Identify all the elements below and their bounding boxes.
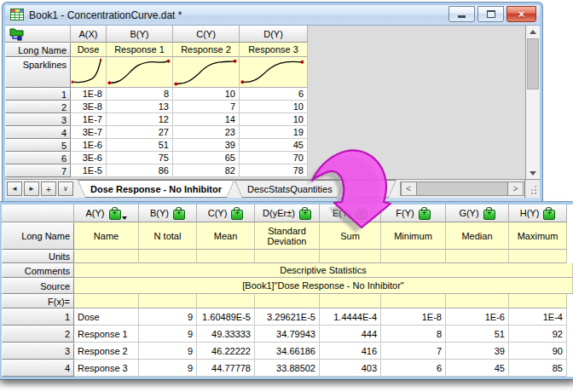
- long-name-cell[interactable]: Response 3: [240, 43, 308, 57]
- column-header[interactable]: B(Y): [107, 26, 173, 43]
- cell[interactable]: [381, 294, 446, 308]
- cell[interactable]: 1E-6: [71, 139, 107, 152]
- tab-descstatsquantities[interactable]: DescStatsQuantities: [234, 180, 345, 198]
- cell[interactable]: [509, 250, 567, 263]
- window-titlebar[interactable]: Book1 - ConcentrationCurve.dat * ×: [5, 5, 540, 25]
- sparkline-cell[interactable]: [107, 57, 173, 88]
- cell[interactable]: 19: [240, 126, 308, 139]
- cell[interactable]: Response 1: [74, 326, 139, 343]
- row-header[interactable]: Long Name: [2, 222, 74, 250]
- horizontal-scrollbar[interactable]: < >: [400, 182, 524, 196]
- row-header[interactable]: Long Name: [5, 43, 71, 57]
- vertical-scrollbar[interactable]: [525, 26, 540, 180]
- tab-scroll-left-button[interactable]: ◄: [7, 182, 22, 196]
- long-name-cell[interactable]: Maximum: [509, 222, 567, 250]
- cell[interactable]: 78: [240, 164, 308, 177]
- cell[interactable]: 6: [381, 360, 446, 377]
- tab-scroll-right-button[interactable]: ►: [24, 182, 39, 196]
- column-header[interactable]: A(X): [71, 26, 107, 43]
- cell[interactable]: 1.4444E-4: [320, 308, 381, 326]
- lock-menu-caret-icon[interactable]: [122, 216, 127, 220]
- column-header[interactable]: E(Y)+: [320, 205, 381, 222]
- cell[interactable]: 34.79943: [255, 326, 320, 343]
- cell[interactable]: 1E-5: [71, 164, 107, 177]
- row-number[interactable]: 1: [2, 308, 74, 326]
- cell[interactable]: 14: [173, 113, 240, 126]
- cell[interactable]: 10: [240, 101, 308, 113]
- restore-button[interactable]: [478, 6, 504, 22]
- sheet-corner-cell[interactable]: [5, 26, 71, 43]
- row-header[interactable]: Sparklines: [5, 57, 71, 88]
- sparkline-cell[interactable]: [173, 57, 240, 88]
- cell[interactable]: 9: [139, 308, 197, 326]
- cell[interactable]: [255, 250, 320, 263]
- cell[interactable]: 49.33333: [197, 326, 255, 343]
- cell[interactable]: 33.88502: [255, 360, 320, 377]
- cell[interactable]: [446, 250, 509, 263]
- cell[interactable]: Dose: [74, 308, 139, 326]
- cell[interactable]: 23: [173, 126, 240, 139]
- long-name-cell[interactable]: Response 1: [107, 43, 173, 57]
- cell[interactable]: 85: [509, 360, 567, 377]
- sparkline-cell[interactable]: [71, 57, 107, 88]
- column-header[interactable]: D(Y): [240, 26, 308, 43]
- row-number[interactable]: 7: [5, 164, 71, 177]
- cell[interactable]: 416: [320, 343, 381, 360]
- column-header[interactable]: H(Y)+: [509, 205, 567, 222]
- column-header[interactable]: C(Y)+: [197, 205, 255, 222]
- cell[interactable]: [139, 250, 197, 263]
- cell[interactable]: 51: [446, 326, 509, 343]
- long-name-cell[interactable]: Sum: [320, 222, 381, 250]
- vertical-scroll-thumb[interactable]: [527, 38, 539, 89]
- column-header[interactable]: B(Y)+: [139, 205, 197, 222]
- cell[interactable]: [381, 250, 446, 263]
- cell[interactable]: [74, 250, 139, 263]
- cell[interactable]: 7: [381, 343, 446, 360]
- scroll-right-button[interactable]: >: [507, 182, 524, 196]
- cell[interactable]: 7: [173, 101, 240, 113]
- minimize-button[interactable]: [449, 6, 475, 22]
- cell[interactable]: [197, 250, 255, 263]
- horizontal-scroll-track[interactable]: [417, 182, 507, 196]
- row-number[interactable]: 4: [5, 126, 71, 139]
- cell[interactable]: 45: [240, 139, 308, 152]
- column-header[interactable]: A(Y)+: [74, 205, 139, 222]
- cell[interactable]: 45: [446, 360, 509, 377]
- cell[interactable]: 75: [107, 152, 173, 164]
- cell[interactable]: 82: [173, 164, 240, 177]
- cell[interactable]: [255, 294, 320, 308]
- column-header[interactable]: G(Y)+: [446, 205, 509, 222]
- cell[interactable]: 1E-8: [71, 88, 107, 101]
- cell[interactable]: 39: [446, 343, 509, 360]
- close-button[interactable]: ×: [506, 6, 536, 22]
- cell[interactable]: [74, 294, 139, 308]
- cell[interactable]: [509, 294, 567, 308]
- cell[interactable]: 90: [509, 343, 567, 360]
- cell[interactable]: 51: [107, 139, 173, 152]
- cell[interactable]: 8: [381, 326, 446, 343]
- cell[interactable]: 65: [173, 152, 240, 164]
- cell[interactable]: 3E-7: [71, 126, 107, 139]
- long-name-cell[interactable]: Name: [74, 222, 139, 250]
- scroll-up-button[interactable]: [526, 26, 540, 38]
- cell[interactable]: 8: [107, 88, 173, 101]
- cell[interactable]: 3E-6: [71, 152, 107, 164]
- row-header[interactable]: Source: [2, 278, 74, 294]
- cell[interactable]: [139, 294, 197, 308]
- long-name-cell[interactable]: Minimum: [381, 222, 446, 250]
- row-number[interactable]: 5: [5, 139, 71, 152]
- column-header[interactable]: F(Y)+: [381, 205, 446, 222]
- cell[interactable]: 6: [240, 88, 308, 101]
- sheet-corner-cell[interactable]: [2, 205, 74, 222]
- long-name-cell[interactable]: Median: [446, 222, 509, 250]
- cell[interactable]: 3E-8: [71, 101, 107, 113]
- cell[interactable]: 9: [139, 360, 197, 377]
- cell[interactable]: 44.77778: [197, 360, 255, 377]
- merged-cell[interactable]: [Book1]"Dose Response - No Inhibitor": [74, 278, 573, 294]
- tab-dose-response[interactable]: Dose Response - No Inhibitor: [78, 180, 234, 198]
- cell[interactable]: 70: [240, 152, 308, 164]
- cell[interactable]: 86: [107, 164, 173, 177]
- row-number[interactable]: 3: [2, 343, 74, 360]
- scroll-down-button[interactable]: [526, 167, 540, 180]
- cell[interactable]: 3.29621E-5: [255, 308, 320, 326]
